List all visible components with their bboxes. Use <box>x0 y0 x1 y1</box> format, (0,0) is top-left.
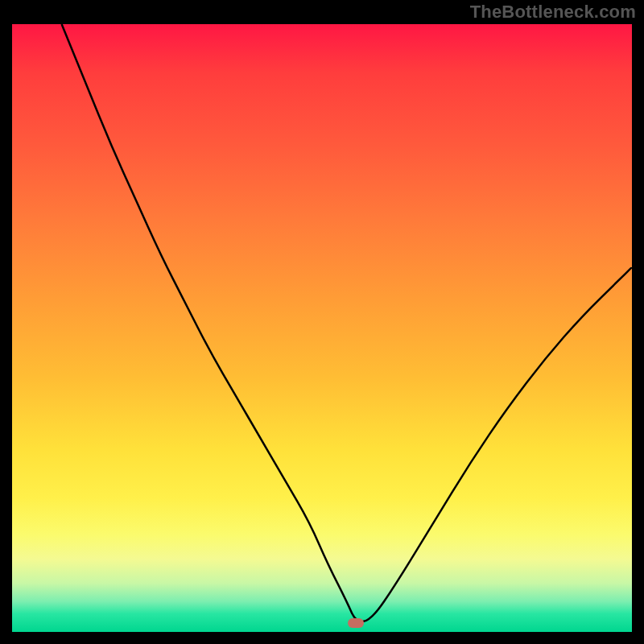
bottleneck-curve <box>62 24 632 621</box>
optimal-point-marker <box>348 618 364 628</box>
chart-frame: TheBottleneck.com <box>0 0 644 644</box>
plot-area <box>12 24 632 632</box>
curve-svg <box>12 24 632 632</box>
watermark-text: TheBottleneck.com <box>470 2 636 23</box>
